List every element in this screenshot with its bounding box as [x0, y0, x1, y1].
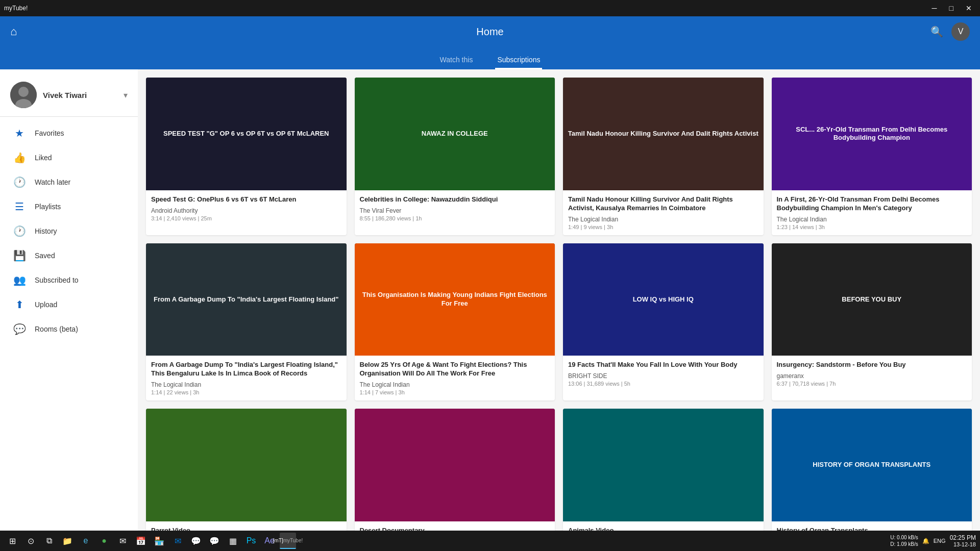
- video-title: In A First, 26-Yr-Old Transman From Delh…: [777, 195, 967, 213]
- mytube-taskbar-label: myTube!: [283, 538, 303, 543]
- video-title: Speed Test G: OnePlus 6 vs 6T vs 6T McLa…: [151, 195, 341, 204]
- clock-icon: 🕐: [12, 175, 27, 189]
- video-meta: 1:23 | 14 views | 3h: [777, 224, 967, 230]
- clock: 02:25 PM 13-12-18: [950, 534, 976, 547]
- chrome-icon[interactable]: ●: [96, 533, 112, 549]
- video-channel: gameranx: [777, 372, 967, 380]
- video-card[interactable]: LOW IQ vs HIGH IQ19 Facts That'll Make Y…: [563, 243, 764, 401]
- time-display: 02:25 PM: [950, 534, 976, 541]
- video-title: History of Organ Transplants: [777, 527, 967, 531]
- edge-icon[interactable]: e: [78, 533, 94, 549]
- sidebar-item-label: Saved: [35, 252, 55, 260]
- video-card[interactable]: Tamil Nadu Honour Killing Survivor And D…: [563, 78, 764, 235]
- video-channel: The Logical Indian: [777, 216, 967, 223]
- video-card[interactable]: Parrot Video: [146, 409, 347, 531]
- video-title: Insurgency: Sandstorm - Before You Buy: [777, 361, 967, 369]
- header: ⌂ Home 🔍 V: [0, 16, 980, 47]
- video-card[interactable]: This Organisation Is Making Young Indian…: [355, 243, 555, 401]
- video-card[interactable]: HISTORY OF ORGAN TRANSPLANTSHistory of O…: [772, 409, 972, 531]
- app-icon-1[interactable]: ▦: [225, 533, 241, 549]
- whatsapp-icon[interactable]: 💬: [206, 533, 223, 549]
- video-meta: 1:14 | 22 views | 3h: [151, 389, 341, 395]
- taskbar-right: U: 0.00 kB/sD: 1.09 kB/s 🔔 ENG 02:25 PM …: [890, 534, 976, 547]
- video-meta: 1:14 | 7 views | 3h: [360, 389, 550, 395]
- sidebar-item-liked[interactable]: 👍 Liked: [0, 145, 138, 170]
- sidebar-item-label: Upload: [35, 300, 57, 309]
- video-thumbnail: SCL... 26-Yr-Old Transman From Delhi Bec…: [772, 78, 972, 190]
- tab-watch-this[interactable]: Watch this: [438, 52, 475, 69]
- task-view-icon[interactable]: ⧉: [41, 533, 57, 549]
- app-title: myTube!: [4, 5, 28, 12]
- sidebar-item-label: Watch later: [35, 178, 70, 186]
- video-thumbnail: HISTORY OF ORGAN TRANSPLANTS: [772, 409, 972, 521]
- header-actions: 🔍 V: [930, 22, 970, 41]
- video-title: Below 25 Yrs Of Age & Want To Fight Elec…: [360, 361, 550, 378]
- close-button[interactable]: ✕: [962, 4, 976, 12]
- video-meta: 1:49 | 9 views | 3h: [568, 224, 758, 230]
- sidebar-item-subscribed-to[interactable]: 👥 Subscribed to: [0, 268, 138, 292]
- playlist-icon: ☰: [12, 199, 27, 214]
- avatar: [10, 82, 37, 108]
- video-thumbnail: SPEED TEST "G" OP 6 vs OP 6T vs OP 6T Mc…: [146, 78, 347, 190]
- start-button[interactable]: ⊞: [4, 533, 20, 549]
- video-title: Celebrities in College: Nawazuddin Siddi…: [360, 195, 550, 204]
- store-icon[interactable]: 🏪: [151, 533, 167, 549]
- mytube-taskbar-icon[interactable]: [mT] myTube!: [280, 533, 296, 549]
- video-card[interactable]: Animals Video: [563, 409, 764, 531]
- sidebar-item-watch-later[interactable]: 🕐 Watch later: [0, 170, 138, 194]
- home-icon[interactable]: ⌂: [10, 25, 17, 38]
- video-card[interactable]: SPEED TEST "G" OP 6 vs OP 6T vs OP 6T Mc…: [146, 78, 347, 235]
- mail-icon[interactable]: ✉: [114, 533, 131, 549]
- sidebar-item-history[interactable]: 🕐 History: [0, 219, 138, 243]
- video-meta: 6:37 | 70,718 views | 7h: [777, 381, 967, 387]
- video-thumbnail: Tamil Nadu Honour Killing Survivor And D…: [563, 78, 764, 190]
- video-thumbnail: From A Garbage Dump To "India's Largest …: [146, 243, 347, 356]
- video-channel: BRIGHT SIDE: [568, 372, 758, 380]
- sidebar-username: Vivek Tiwari: [43, 91, 124, 99]
- taskbar: ⊞ ⊙ ⧉ 📁 e ● ✉ 📅 🏪 ✉ 💬 💬 ▦ Ps Ae [mT] myT…: [0, 531, 980, 551]
- video-card[interactable]: Desert Documentary: [355, 409, 555, 531]
- video-meta: 13:06 | 31,689 views | 5h: [568, 381, 758, 387]
- video-title: Animals Video: [568, 527, 758, 531]
- sidebar-item-label: Playlists: [35, 203, 61, 211]
- sidebar-item-label: Favorites: [35, 129, 64, 137]
- video-card[interactable]: SCL... 26-Yr-Old Transman From Delhi Bec…: [772, 78, 972, 235]
- user-avatar[interactable]: V: [951, 22, 970, 41]
- sidebar-item-saved[interactable]: 💾 Saved: [0, 243, 138, 268]
- video-channel: The Logical Indian: [568, 216, 758, 223]
- taskbar-left: ⊞ ⊙ ⧉ 📁 e ● ✉ 📅 🏪 ✉ 💬 💬 ▦ Ps Ae [mT] myT…: [4, 533, 296, 549]
- video-thumbnail: BEFORE YOU BUY: [772, 243, 972, 356]
- search-icon[interactable]: 🔍: [930, 26, 943, 38]
- sidebar-item-label: Subscribed to: [35, 276, 79, 284]
- calendar-icon[interactable]: 📅: [133, 533, 149, 549]
- ps-icon[interactable]: Ps: [243, 533, 259, 549]
- video-meta: 3:14 | 2,410 views | 25m: [151, 215, 341, 221]
- sidebar-user[interactable]: Vivek Tiwari ▾: [0, 78, 138, 117]
- messenger-icon[interactable]: 💬: [188, 533, 204, 549]
- network-stats: U: 0.00 kB/sD: 1.09 kB/s: [890, 534, 918, 547]
- lang-indicator: ENG: [934, 538, 946, 544]
- search-taskbar-icon[interactable]: ⊙: [22, 533, 39, 549]
- file-explorer-icon[interactable]: 📁: [59, 533, 76, 549]
- video-card[interactable]: BEFORE YOU BUYInsurgency: Sandstorm - Be…: [772, 243, 972, 401]
- sidebar-item-upload[interactable]: ⬆ Upload: [0, 292, 138, 317]
- video-card[interactable]: From A Garbage Dump To "India's Largest …: [146, 243, 347, 401]
- outlook-icon[interactable]: ✉: [169, 533, 186, 549]
- video-thumbnail: [355, 409, 555, 521]
- sidebar-item-label: History: [35, 227, 57, 235]
- window-controls: ─ □ ✕: [928, 4, 976, 12]
- video-thumbnail: NAWAZ IN COLLEGE: [355, 78, 555, 190]
- sidebar-item-favorites[interactable]: ★ Favorites: [0, 121, 138, 145]
- video-channel: The Viral Fever: [360, 207, 550, 214]
- maximize-button[interactable]: □: [945, 4, 958, 12]
- subscriptions-icon: 👥: [12, 273, 27, 287]
- video-channel: The Logical Indian: [360, 381, 550, 388]
- title-bar: myTube! ─ □ ✕: [0, 0, 980, 16]
- chevron-down-icon: ▾: [124, 90, 128, 100]
- video-card[interactable]: NAWAZ IN COLLEGECelebrities in College: …: [355, 78, 555, 235]
- sidebar-item-rooms[interactable]: 💬 Rooms (beta): [0, 317, 138, 341]
- minimize-button[interactable]: ─: [928, 4, 941, 12]
- video-meta: 8:55 | 186,280 views | 1h: [360, 215, 550, 221]
- sidebar-item-playlists[interactable]: ☰ Playlists: [0, 194, 138, 219]
- tab-subscriptions[interactable]: Subscriptions: [495, 52, 542, 69]
